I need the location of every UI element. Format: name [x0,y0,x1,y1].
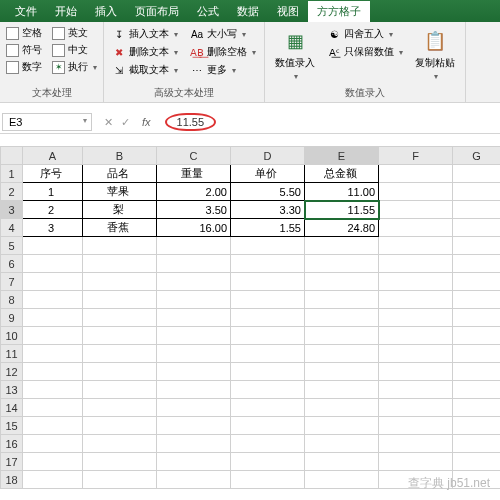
cell-active[interactable]: 11.55 [305,201,379,219]
cell[interactable] [83,273,157,291]
cell[interactable] [157,309,231,327]
cell[interactable]: 24.80 [305,219,379,237]
tab-home[interactable]: 开始 [46,1,86,22]
col-header-c[interactable]: C [157,147,231,165]
row-header-3[interactable]: 3 [1,201,23,219]
cell[interactable] [23,327,83,345]
cell[interactable] [83,399,157,417]
formula-value[interactable]: 11.55 [165,113,217,131]
cell[interactable]: 3.30 [231,201,305,219]
btn-delete-text[interactable]: ✖删除文本▾ [110,44,180,60]
name-box[interactable]: E3 [2,113,92,131]
row-header[interactable]: 14 [1,399,23,417]
tab-layout[interactable]: 页面布局 [126,1,188,22]
cell[interactable] [305,309,379,327]
cell[interactable] [379,417,453,435]
btn-delspace[interactable]: A͟B͟删除空格▾ [188,44,258,60]
cell[interactable] [231,237,305,255]
cell[interactable]: 总金额 [305,165,379,183]
cell[interactable] [453,273,501,291]
cell[interactable] [453,381,501,399]
cell[interactable] [453,417,501,435]
col-header-d[interactable]: D [231,147,305,165]
btn-numrec[interactable]: ▦ 数值录入▾ [271,26,319,83]
cell[interactable] [231,399,305,417]
cell[interactable] [231,435,305,453]
tab-formulas[interactable]: 公式 [188,1,228,22]
cell[interactable]: 2.00 [157,183,231,201]
cell[interactable] [305,471,379,489]
cell[interactable] [231,345,305,363]
cell[interactable] [453,201,501,219]
cell[interactable] [83,255,157,273]
row-header[interactable]: 8 [1,291,23,309]
row-header[interactable]: 5 [1,237,23,255]
cell[interactable] [157,471,231,489]
col-header-g[interactable]: G [453,147,501,165]
cell[interactable] [305,417,379,435]
cell[interactable] [379,237,453,255]
cell[interactable] [157,435,231,453]
cell[interactable] [157,345,231,363]
cell[interactable] [379,399,453,417]
cell[interactable] [305,345,379,363]
row-header[interactable]: 15 [1,417,23,435]
cell[interactable] [453,363,501,381]
btn-round[interactable]: ☯四舍五入▾ [325,26,405,42]
cell[interactable]: 16.00 [157,219,231,237]
cell[interactable] [231,471,305,489]
row-header-2[interactable]: 2 [1,183,23,201]
cell[interactable] [231,273,305,291]
cell[interactable]: 苹果 [83,183,157,201]
cell[interactable] [379,273,453,291]
cell[interactable] [379,183,453,201]
tab-view[interactable]: 视图 [268,1,308,22]
cell[interactable] [157,399,231,417]
cell[interactable] [157,237,231,255]
cell[interactable]: 5.50 [231,183,305,201]
cell[interactable] [157,273,231,291]
cell[interactable] [305,399,379,417]
cell[interactable] [379,165,453,183]
cell[interactable] [23,435,83,453]
row-header-1[interactable]: 1 [1,165,23,183]
row-header[interactable]: 18 [1,471,23,489]
cell[interactable] [453,435,501,453]
cell[interactable]: 3 [23,219,83,237]
cell[interactable] [157,255,231,273]
cell[interactable] [231,309,305,327]
cell[interactable] [453,291,501,309]
cell[interactable]: 重量 [157,165,231,183]
cell[interactable]: 1.55 [231,219,305,237]
cell[interactable] [305,273,379,291]
cell[interactable] [157,381,231,399]
cell[interactable] [379,309,453,327]
check-space[interactable]: 空格 [6,26,42,40]
cancel-icon[interactable]: ✕ [104,116,113,129]
cell[interactable] [379,363,453,381]
cell[interactable] [157,453,231,471]
cell[interactable] [157,291,231,309]
cell[interactable]: 1 [23,183,83,201]
cell[interactable] [83,453,157,471]
cell[interactable] [83,327,157,345]
col-header-e[interactable]: E [305,147,379,165]
cell[interactable] [453,219,501,237]
cell[interactable] [453,453,501,471]
row-header[interactable]: 12 [1,363,23,381]
cell[interactable] [23,471,83,489]
cell[interactable]: 11.00 [305,183,379,201]
cell[interactable] [305,363,379,381]
cell[interactable] [231,363,305,381]
col-header-f[interactable]: F [379,147,453,165]
cell[interactable] [453,237,501,255]
cell[interactable] [83,417,157,435]
cell[interactable] [231,291,305,309]
cell[interactable] [231,453,305,471]
btn-more[interactable]: ⋯更多▾ [188,62,258,78]
cell[interactable]: 香蕉 [83,219,157,237]
tab-data[interactable]: 数据 [228,1,268,22]
cell[interactable] [379,345,453,363]
cell[interactable] [83,291,157,309]
cell[interactable] [23,399,83,417]
